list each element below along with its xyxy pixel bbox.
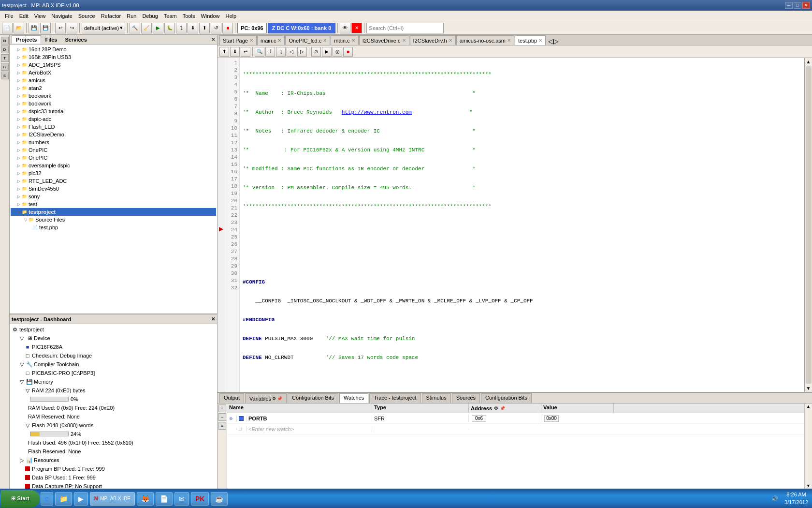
projects-panel-close[interactable]: ✕ (211, 37, 215, 42)
editor-btn-5[interactable]: ⤵ (276, 47, 286, 57)
menu-refactor[interactable]: Refactor (98, 12, 124, 20)
clean-button[interactable]: 🧹 (141, 23, 152, 33)
tree-onepic2[interactable]: ▷📁OnePIC (11, 154, 216, 162)
tab-close-main1[interactable]: ✕ (277, 38, 281, 43)
menu-help[interactable]: Help (223, 12, 240, 20)
tree-dspic33[interactable]: ▷📁dspic33-tutorial (11, 107, 216, 115)
dash-memory[interactable]: ▽ 💾 Memory (11, 377, 216, 386)
editor-focus[interactable]: ◎ (333, 47, 342, 57)
tree-source-files[interactable]: ▽📁Source Files (11, 216, 216, 224)
tab-projects[interactable]: Projects (12, 35, 41, 44)
tree-amicus[interactable]: ▷📁amicus (11, 76, 216, 84)
scroll-thumb[interactable] (806, 66, 812, 384)
taskbar-ie[interactable]: e (41, 492, 53, 506)
tab-main-c-2[interactable]: main.c ✕ (331, 35, 358, 45)
tab-start-page[interactable]: Start Page ✕ (219, 35, 257, 45)
editor-btn-6[interactable]: ◁ (287, 47, 296, 57)
btab-watches[interactable]: Watches (339, 393, 368, 403)
step-out-button[interactable]: ⬆ (199, 23, 210, 33)
taskbar-media[interactable]: ▶ (74, 492, 88, 506)
scroll-down[interactable]: ▼ (805, 385, 812, 392)
editor-btn-7[interactable]: ▷ (297, 47, 307, 57)
dash-compiler[interactable]: ▽ 🔧 Compiler Toolchain (11, 360, 216, 369)
remove-watch-button[interactable]: − (218, 413, 226, 421)
step-over-button[interactable]: ⤵ (176, 23, 187, 33)
save-button[interactable]: 💾 (29, 23, 39, 33)
minimize-button[interactable]: ─ (785, 2, 793, 9)
btab-output[interactable]: Output (219, 393, 244, 403)
tree-oversample[interactable]: ▷📁oversample dspic (11, 162, 216, 169)
watches-row-new[interactable]: □ <Enter new watch> (227, 424, 804, 434)
tree-testproject[interactable]: ▽📁testproject (11, 208, 216, 216)
editor-btn-4[interactable]: ⤴ (265, 47, 275, 57)
btab-stimulus[interactable]: Stimulus (422, 393, 451, 403)
tab-close-i2cdrive[interactable]: ✕ (402, 38, 406, 43)
tree-atan2[interactable]: ▷📁atan2 (11, 84, 216, 92)
tree-rtc[interactable]: ▷📁RTC_LED_ADC (11, 177, 216, 185)
tree-onepic1[interactable]: ▷📁OnePIC (11, 146, 216, 154)
col-settings[interactable]: ⚙ (494, 406, 498, 411)
tree-16bit28p[interactable]: ▷📁16bit 28P Demo (11, 45, 216, 53)
open-project-button[interactable]: 📂 (14, 23, 24, 33)
tab-scroll-left[interactable]: ◁ (548, 37, 553, 45)
tree-i2cslave[interactable]: ▷📁I2CSlaveDemo (11, 131, 216, 138)
tree-simdev[interactable]: ▷📁SimDev4550 (11, 185, 216, 193)
run-button[interactable]: ▶ (153, 23, 163, 33)
watch-button[interactable]: 👁 (340, 23, 350, 33)
btab-sources[interactable]: Sources (452, 393, 480, 403)
stop-button[interactable]: ■ (222, 23, 233, 33)
tree-bookwork2[interactable]: ▷📁bookwork (11, 100, 216, 107)
dashboard-close[interactable]: ✕ (211, 316, 215, 322)
step-into-button[interactable]: ⬇ (188, 23, 198, 33)
menu-window[interactable]: Window (198, 12, 222, 20)
tree-numbers[interactable]: ▷📁numbers (11, 138, 216, 146)
tab-scroll-right[interactable]: ▷ (553, 37, 559, 45)
taskbar-ff[interactable]: 🦊 (137, 492, 154, 506)
tree-dspicadc[interactable]: ▷📁dspic-adc (11, 115, 216, 123)
btab-config-bits-1[interactable]: Configuration Bits (288, 393, 338, 403)
start-button[interactable]: ⊞ Start (1, 490, 40, 508)
editor-scrollbar[interactable]: ▲ ▼ (804, 58, 812, 392)
tab-close-i2cdrv[interactable]: ✕ (449, 38, 452, 43)
build-button[interactable]: 🔨 (130, 23, 140, 33)
tab-close-amicus[interactable]: ✕ (507, 38, 511, 43)
tab-test-pbp[interactable]: test.pbp ✕ (515, 35, 546, 45)
col-pin[interactable]: 📌 (500, 406, 505, 411)
tree-adc1msps[interactable]: ▷📁ADC_1MSPS (11, 61, 216, 69)
watches-scrollbar[interactable]: ▲ ▼ (804, 403, 812, 489)
taskbar-sys-icon[interactable]: 🔊 (769, 493, 781, 505)
tree-test[interactable]: ▷📁test (11, 200, 216, 208)
btab-trace[interactable]: Trace - testproject (369, 393, 420, 403)
nav-icon-5[interactable]: S (1, 72, 9, 79)
scroll-up[interactable]: ▲ (805, 58, 812, 65)
taskbar-mail[interactable]: ✉ (174, 492, 189, 506)
menu-run[interactable]: Run (124, 12, 139, 20)
halt-button[interactable]: ✕ (351, 23, 362, 33)
editor-toggle-bp[interactable]: ⊙ (311, 47, 321, 57)
portb-icon[interactable]: ⊕ (229, 416, 233, 421)
tree-pic32[interactable]: ▷📁pic32 (11, 169, 216, 177)
tree-bookwork1[interactable]: ▷📁bookwork (11, 92, 216, 100)
taskbar-java[interactable]: ☕ (211, 492, 228, 506)
tab-close-onepic[interactable]: ✕ (323, 38, 327, 43)
watch-props-button[interactable]: ≡ (218, 422, 226, 430)
editor-btn-3[interactable]: ↩ (241, 47, 250, 57)
tab-onepic-lcd[interactable]: OnePIC_lcd.c ✕ (285, 35, 330, 45)
dash-resources[interactable]: ▷ 📊 Resources (11, 456, 216, 464)
variables-pin[interactable]: 📌 (277, 396, 282, 401)
menu-navigate[interactable]: Navigate (48, 12, 75, 20)
tab-files[interactable]: Files (41, 36, 61, 44)
tab-amicus[interactable]: amicus-no-osc.asm ✕ (456, 35, 514, 45)
undo-button[interactable]: ↩ (55, 23, 66, 33)
dash-project[interactable]: ⚙ testproject (11, 325, 216, 334)
editor-btn-1[interactable]: ⬆ (219, 47, 229, 57)
dash-pic[interactable]: ■ PIC16F628A (11, 343, 216, 351)
btab-config-bits-2[interactable]: Configuration Bits (481, 393, 532, 403)
taskbar-pdf[interactable]: 📄 (156, 492, 173, 506)
dash-device[interactable]: ▽ 🖥 Device (11, 334, 216, 343)
dash-picbasic[interactable]: □ PICBASIC-PRO [C:\PBP3] (11, 369, 216, 377)
tree-test-pbp[interactable]: 📄test.pbp (11, 224, 216, 231)
tree-16bit28pin[interactable]: ▷📁16Bit 28Pin USB3 (11, 53, 216, 61)
taskbar-pic[interactable]: PK (191, 492, 209, 506)
nav-icon-2[interactable]: D (1, 45, 9, 53)
